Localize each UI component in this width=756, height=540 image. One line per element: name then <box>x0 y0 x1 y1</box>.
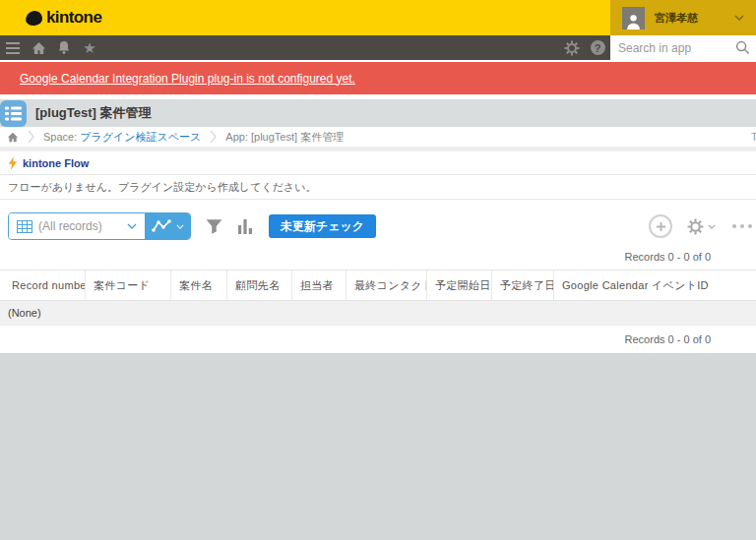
plugin-config-link[interactable]: Google Calendar Integration Plugin plug-… <box>20 72 355 86</box>
column-header[interactable]: 案件名 <box>171 270 227 300</box>
list-icon <box>5 106 22 121</box>
line-graph-icon <box>152 219 171 233</box>
kintone-logo[interactable]: kintone <box>0 8 101 28</box>
column-header[interactable]: 最終コンタクト日 <box>346 270 427 300</box>
breadcrumb-separator <box>210 130 217 144</box>
person-icon <box>625 13 642 30</box>
app-settings-button[interactable] <box>687 218 716 235</box>
help-button[interactable]: ? <box>585 35 610 60</box>
clipped-right-element: Th <box>751 131 756 143</box>
page-background <box>0 353 756 540</box>
user-avatar <box>622 7 645 30</box>
update-check-button[interactable]: 未更新チェック <box>269 214 376 238</box>
view-toolbar: (All records) 未更新チェック <box>0 212 756 240</box>
funnel-icon <box>205 218 223 235</box>
user-name: 宮澤孝慈 <box>655 11 724 26</box>
column-header[interactable]: 案件コード <box>86 270 171 300</box>
kintone-flow-header: kintone Flow <box>0 151 756 175</box>
more-options-button[interactable] <box>732 224 752 228</box>
menu-button[interactable] <box>0 35 26 60</box>
search-icon <box>735 40 750 55</box>
app-search <box>610 35 756 60</box>
breadcrumb: Space: プラグイン検証スペース App: [plugTest] 案件管理 … <box>0 127 756 148</box>
graph-view-button[interactable] <box>145 213 190 239</box>
filter-button[interactable] <box>205 218 223 235</box>
table-header-row: Record number案件コード案件名顧問先名担当者最終コンタクト日予定開始… <box>0 270 756 301</box>
records-count-bottom: Records 0 - 0 of 0 <box>0 333 756 347</box>
help-icon: ? <box>591 40 605 55</box>
star-icon: ★ <box>83 40 95 55</box>
column-header[interactable]: Google Calendar イベントID <box>554 270 756 300</box>
bell-icon <box>57 40 71 55</box>
view-selector-current[interactable]: (All records) <box>9 213 145 239</box>
chevron-down-icon <box>127 223 137 229</box>
space-link[interactable]: プラグイン検証スペース <box>80 130 201 145</box>
ellipsis-icon <box>732 224 736 228</box>
column-header[interactable]: 担当者 <box>292 270 346 300</box>
gear-icon <box>564 40 580 56</box>
breadcrumb-space: Space: プラグイン検証スペース <box>43 130 201 145</box>
empty-group-row: (None) <box>0 301 756 326</box>
notifications-button[interactable] <box>51 35 77 60</box>
chart-button[interactable] <box>237 218 253 235</box>
table-view-icon <box>17 220 32 233</box>
space-prefix-label: Space: <box>43 131 77 143</box>
top-header: kintone 宮澤孝慈 <box>0 0 756 35</box>
user-menu[interactable]: 宮澤孝慈 <box>610 0 756 35</box>
breadcrumb-separator <box>28 130 34 144</box>
chevron-down-icon <box>176 224 184 229</box>
current-view-name: (All records) <box>38 219 121 233</box>
search-input[interactable] <box>610 41 728 55</box>
home-icon <box>7 132 19 143</box>
home-icon <box>32 41 46 55</box>
chevron-down-icon <box>708 224 716 229</box>
plus-icon <box>656 221 666 232</box>
app-title: [plugTest] 案件管理 <box>35 104 151 122</box>
global-nav: ★ ? <box>0 35 756 60</box>
app-header: [plugTest] 案件管理 <box>0 99 756 127</box>
breadcrumb-app[interactable]: App: [plugTest] 案件管理 <box>225 130 344 145</box>
search-button[interactable] <box>728 35 756 60</box>
plugin-warning-banner: Google Calendar Integration Plugin plug-… <box>0 62 756 94</box>
breadcrumb-home-link[interactable] <box>7 132 19 143</box>
kintone-flow-message: フローがありません。プラグイン設定から作成してください。 <box>0 175 756 200</box>
kintone-logo-icon <box>25 9 43 26</box>
lightning-bolt-icon <box>8 156 18 170</box>
add-record-button[interactable] <box>649 214 672 238</box>
favorites-button[interactable]: ★ <box>77 35 102 60</box>
column-header[interactable]: 顧問先名 <box>227 270 292 300</box>
column-header[interactable]: 予定終了日時 <box>492 270 554 300</box>
kintone-logo-text: kintone <box>46 8 101 28</box>
home-button[interactable] <box>26 35 51 60</box>
gear-icon <box>687 218 704 235</box>
records-count-top: Records 0 - 0 of 0 <box>0 251 756 265</box>
column-header[interactable]: Record number <box>0 270 86 300</box>
kintone-flow-title: kintone Flow <box>23 157 89 169</box>
hamburger-icon <box>6 42 20 54</box>
chevron-down-icon <box>734 15 744 21</box>
settings-button[interactable] <box>559 35 585 60</box>
column-header[interactable]: 予定開始日時 <box>427 270 492 300</box>
bar-chart-icon <box>237 218 253 235</box>
view-selector[interactable]: (All records) <box>8 212 191 240</box>
app-icon[interactable] <box>0 100 27 127</box>
